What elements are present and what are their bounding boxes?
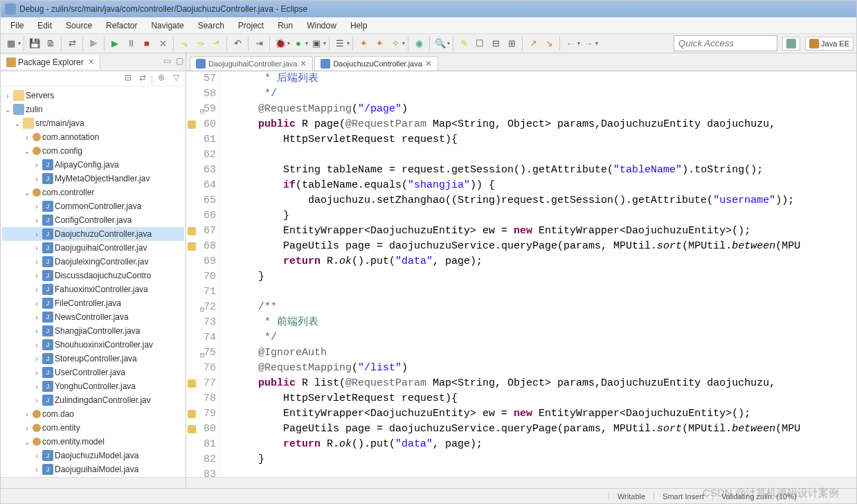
tree-item[interactable]: ›JMyMetaObjectHandler.jav <box>2 172 184 186</box>
new-server-icon[interactable]: ☰ <box>332 36 348 51</box>
tree-twisty[interactable]: › <box>33 217 41 224</box>
tree-twisty[interactable]: › <box>33 355 41 363</box>
run-server-icon[interactable]: ▣ <box>309 36 324 51</box>
tree-item[interactable]: ›JFahuoxinxiController.java <box>2 282 184 296</box>
tree-item[interactable]: ⌄src/main/java <box>2 116 184 130</box>
skip-icon[interactable]: ⫸ <box>86 36 101 51</box>
code-content[interactable]: * 后端列表 */ @RequestMapping("/page") publi… <box>219 71 856 477</box>
tree-item[interactable]: ›JZulindingdanController.jav <box>2 393 184 407</box>
tree-twisty[interactable]: › <box>33 203 41 210</box>
close-icon[interactable]: ✕ <box>88 57 94 66</box>
step-over-icon[interactable]: ⤼ <box>192 36 208 51</box>
package-tree[interactable]: ›Servers⌄zulin⌄src/main/java›com.annotat… <box>1 87 186 477</box>
perspective-javaee[interactable]: Java EE <box>805 37 854 51</box>
tree-item[interactable]: ⌄com.controller <box>2 186 184 199</box>
step-filters-icon[interactable]: ⇥ <box>251 36 267 51</box>
tree-twisty[interactable]: › <box>33 341 41 349</box>
package-explorer-tab[interactable]: Package Explorer ✕ <box>1 55 100 69</box>
tree-twisty[interactable]: › <box>33 369 41 377</box>
tree-twisty[interactable]: › <box>23 424 31 432</box>
tree-item[interactable]: ›com.annotation <box>2 130 184 144</box>
menu-source[interactable]: Source <box>59 19 99 33</box>
collapse-all-icon[interactable]: ⊟ <box>122 73 134 85</box>
tree-item[interactable]: ›JDaojuguihaiModel.java <box>2 462 184 476</box>
tree-item[interactable]: ⌄com.entity.model <box>2 435 184 449</box>
menu-project[interactable]: Project <box>231 19 271 33</box>
resume-icon[interactable]: ▶ <box>107 36 123 51</box>
menu-window[interactable]: Window <box>300 19 343 33</box>
tree-item[interactable]: ›JNewsController.java <box>2 310 184 324</box>
new-wizard2-icon[interactable]: ✦ <box>372 36 387 51</box>
drop-frame-icon[interactable]: ↶ <box>230 36 245 51</box>
tree-item[interactable]: ›com.dao <box>2 407 184 421</box>
tree-item[interactable]: ›JConfigController.java <box>2 213 184 227</box>
debug-icon[interactable]: 🐞 <box>273 36 288 51</box>
save-all-icon[interactable]: 🗎 <box>43 36 58 51</box>
code-editor[interactable]: 575859⊟60616263646566676869707172⊟737475… <box>186 71 856 477</box>
minimize-icon[interactable]: ▭ <box>161 56 173 69</box>
tree-item[interactable]: ›JDaojuguihaiController.jav <box>2 241 184 255</box>
step-return-icon[interactable]: ⬏ <box>208 36 224 51</box>
tree-item[interactable]: ›JDaojuchuzuController.java <box>2 227 184 241</box>
tree-twisty[interactable]: › <box>33 466 41 474</box>
tree-twisty[interactable]: › <box>33 161 41 169</box>
annotation-icon[interactable]: ↗ <box>525 36 541 51</box>
tree-item[interactable]: ›JUserController.java <box>2 366 184 379</box>
tree-twisty[interactable]: › <box>33 327 41 335</box>
annotation2-icon[interactable]: ↘ <box>541 36 557 51</box>
tree-twisty[interactable]: › <box>33 258 41 266</box>
tree-twisty[interactable]: › <box>33 314 41 321</box>
menu-file[interactable]: File <box>3 19 30 33</box>
menu-edit[interactable]: Edit <box>30 19 59 33</box>
suspend-icon[interactable]: ⏸ <box>123 36 138 51</box>
editor-tab[interactable]: DaojuchuzuController.java✕ <box>314 56 437 71</box>
tree-item[interactable]: ›com.entity <box>2 421 184 435</box>
tree-twisty[interactable]: › <box>33 286 41 294</box>
tree-twisty[interactable]: › <box>33 175 41 183</box>
back-icon[interactable]: ← <box>563 36 578 51</box>
tree-twisty[interactable]: ⌄ <box>3 106 12 114</box>
disconnect-icon[interactable]: ⤫ <box>155 36 170 51</box>
new-wizard3-icon[interactable]: ✧ <box>388 36 403 51</box>
close-icon[interactable]: ✕ <box>425 59 432 69</box>
tree-twisty[interactable]: › <box>33 383 41 390</box>
link-editor-icon[interactable]: ⇄ <box>136 73 149 85</box>
search-icon[interactable]: 🔍 <box>433 36 448 51</box>
save-icon[interactable]: 💾 <box>27 36 42 51</box>
tree-item[interactable]: ›JAlipayConfig.java <box>2 158 184 172</box>
menu-search[interactable]: Search <box>191 19 231 33</box>
marker-icon[interactable]: ✎ <box>456 36 471 51</box>
switch-icon[interactable]: ⇄ <box>64 36 80 51</box>
tree-twisty[interactable]: › <box>33 231 41 238</box>
tree-twisty[interactable]: › <box>23 134 31 141</box>
tree-twisty[interactable]: › <box>33 397 41 404</box>
new-icon[interactable]: ▦ <box>3 36 19 51</box>
menu-navigate[interactable]: Navigate <box>144 19 190 33</box>
tree-twisty[interactable]: › <box>33 452 41 460</box>
tree-item[interactable]: ›JYonghuController.java <box>2 379 184 393</box>
tree-item[interactable]: ›Servers <box>2 89 184 102</box>
tree-item[interactable]: ›JCommonController.java <box>2 199 184 213</box>
tree-twisty[interactable]: › <box>23 411 31 418</box>
editor-tab[interactable]: DaojuguihaiController.java✕ <box>190 56 313 71</box>
view-menu-icon[interactable]: ▽ <box>170 73 182 85</box>
toggle-icon[interactable]: ☐ <box>472 36 487 51</box>
tree-twisty[interactable]: › <box>33 244 41 252</box>
tree-item[interactable]: ›JShangjiaController.java <box>2 324 184 338</box>
quick-access-input[interactable] <box>674 35 777 51</box>
tree-twisty[interactable]: › <box>3 92 12 100</box>
run-icon[interactable]: ● <box>291 36 306 51</box>
outline-icon[interactable]: ⊞ <box>504 36 519 51</box>
tree-item[interactable]: ›JDaojuleixingController.jav <box>2 255 184 269</box>
step-into-icon[interactable]: ⬎ <box>177 36 192 51</box>
toggle2-icon[interactable]: ⊟ <box>488 36 503 51</box>
menu-refactor[interactable]: Refactor <box>99 19 144 33</box>
tree-item[interactable]: ›JDaojuchuzuModel.java <box>2 449 184 462</box>
menu-help[interactable]: Help <box>343 19 375 33</box>
tree-item[interactable]: ⌄com.config <box>2 144 184 158</box>
tree-twisty[interactable]: › <box>33 272 41 280</box>
tree-item[interactable]: ›JShouhuoxinxiController.jav <box>2 338 184 352</box>
new-wizard-icon[interactable]: ✦ <box>356 36 371 51</box>
tree-item[interactable]: ›JDiscussdaojuchuzuContro <box>2 269 184 282</box>
tree-twisty[interactable]: ⌄ <box>23 189 31 197</box>
